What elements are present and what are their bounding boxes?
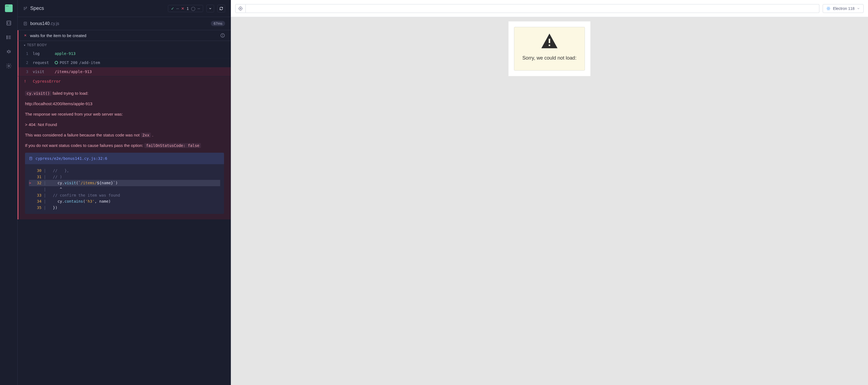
page-title: Specs bbox=[30, 5, 44, 11]
stack-trace-body: 30| // }, 31| // )>32| cy.visit(`/items/… bbox=[25, 164, 224, 214]
cmd-args: apple-913 bbox=[55, 51, 75, 56]
specs-nav-icon[interactable] bbox=[5, 20, 12, 26]
error-message: cy.visit() failed trying to load: http:/… bbox=[18, 86, 230, 219]
browser-name: Electron 118 bbox=[833, 6, 855, 11]
stack-trace-header[interactable]: cypress/e2e/bonus141.cy.js:32:6 bbox=[25, 153, 224, 164]
cmd-number: 3 bbox=[24, 69, 28, 74]
electron-icon bbox=[826, 6, 831, 11]
request-badge: POST 200 /add-item bbox=[55, 61, 100, 65]
passed-icon: ✓ bbox=[171, 6, 174, 11]
svg-point-3 bbox=[7, 38, 7, 39]
error-type-row: ! CypressError bbox=[18, 76, 230, 86]
svg-point-18 bbox=[223, 36, 223, 37]
error-response-label: The response we received from your web s… bbox=[25, 111, 224, 117]
preview-message: Sorry, we could not load: bbox=[519, 55, 580, 61]
error-url: http://localhost:4200/items/apple-913 bbox=[25, 101, 224, 107]
reporter-panel: Specs ✓ -- ✕ 1 ◯ -- bonus140.cy.js 67m bbox=[18, 0, 231, 385]
selector-playground-button[interactable] bbox=[235, 4, 246, 13]
cmd-name: visit bbox=[33, 69, 50, 74]
debug-nav-icon[interactable] bbox=[5, 48, 12, 55]
file-icon bbox=[23, 22, 28, 26]
cmd-args: /items/apple-913 bbox=[55, 69, 92, 74]
svg-point-8 bbox=[8, 65, 10, 67]
failed-icon: ✕ bbox=[181, 6, 184, 11]
spec-filename: bonus140.cy.js bbox=[30, 21, 59, 26]
chevron-down-icon bbox=[857, 7, 860, 10]
warning-icon[interactable] bbox=[220, 33, 225, 38]
command-list: 1 log apple-913 2 request POST 200 /add-… bbox=[18, 49, 230, 219]
command-row[interactable]: 2 request POST 200 /add-item bbox=[19, 58, 230, 67]
pending-icon: ◯ bbox=[191, 6, 195, 11]
browser-bar: Electron 118 bbox=[231, 0, 868, 17]
stack-location: cypress/e2e/bonus141.cy.js:32:6 bbox=[35, 155, 107, 162]
code-cy-visit: cy.visit() bbox=[25, 91, 52, 96]
cmd-name: request bbox=[33, 61, 50, 65]
aut-panel: Electron 118 Sorry, we could not load: bbox=[231, 0, 868, 385]
browser-selector[interactable]: Electron 118 bbox=[823, 4, 864, 13]
test-body-label: TEST BODY bbox=[27, 43, 47, 47]
runs-nav-icon[interactable] bbox=[5, 34, 12, 41]
chevron-down-button[interactable] bbox=[207, 5, 214, 12]
cmd-number: 2 bbox=[24, 61, 28, 65]
error-status: > 404: Not Found bbox=[25, 121, 224, 128]
svg-rect-33 bbox=[549, 44, 550, 46]
aut-preview: Sorry, we could not load: bbox=[231, 17, 868, 385]
error-card: Sorry, we could not load: bbox=[514, 27, 585, 71]
settings-nav-icon[interactable] bbox=[5, 63, 12, 69]
svg-point-7 bbox=[8, 50, 10, 53]
test-stats: ✓ -- ✕ 1 ◯ -- bbox=[168, 5, 225, 12]
cypress-logo[interactable] bbox=[5, 4, 13, 12]
chevron-down-icon: ▾ bbox=[24, 44, 26, 47]
cmd-name: log bbox=[33, 51, 50, 56]
fail-icon: ✕ bbox=[24, 34, 27, 37]
stats-box: ✓ -- ✕ 1 ◯ -- bbox=[168, 5, 203, 12]
test-body-section[interactable]: ▾ TEST BODY bbox=[18, 41, 230, 49]
sidebar bbox=[0, 0, 18, 385]
command-row-failed[interactable]: 3 visit /items/apple-913 bbox=[18, 67, 230, 76]
test-title-row[interactable]: ✕ waits for the item to be created bbox=[18, 30, 230, 41]
command-row[interactable]: 1 log apple-913 bbox=[19, 49, 230, 58]
svg-rect-32 bbox=[549, 39, 550, 43]
status-circle-icon bbox=[55, 61, 58, 64]
collapse-icon[interactable] bbox=[23, 6, 28, 11]
error-type: CypressError bbox=[33, 79, 60, 83]
preview-frame: Sorry, we could not load: bbox=[508, 22, 590, 76]
file-icon bbox=[29, 156, 33, 161]
svg-point-1 bbox=[7, 36, 7, 37]
spec-header[interactable]: bonus140.cy.js 67ms bbox=[18, 17, 230, 30]
svg-point-31 bbox=[828, 8, 829, 9]
reporter-header: Specs ✓ -- ✕ 1 ◯ -- bbox=[18, 0, 230, 17]
cmd-number: 1 bbox=[24, 51, 28, 56]
pending-count: -- bbox=[197, 6, 200, 11]
failed-count: 1 bbox=[187, 6, 189, 11]
passed-count: -- bbox=[177, 6, 179, 11]
svg-point-23 bbox=[240, 8, 241, 9]
error-bang-icon: ! bbox=[24, 79, 26, 83]
rerun-button[interactable] bbox=[217, 5, 225, 12]
svg-point-2 bbox=[7, 37, 7, 38]
warning-triangle-icon bbox=[519, 33, 580, 51]
test-title: waits for the item to be created bbox=[30, 33, 86, 38]
spec-duration: 67ms bbox=[211, 21, 225, 26]
url-input[interactable] bbox=[246, 4, 819, 13]
